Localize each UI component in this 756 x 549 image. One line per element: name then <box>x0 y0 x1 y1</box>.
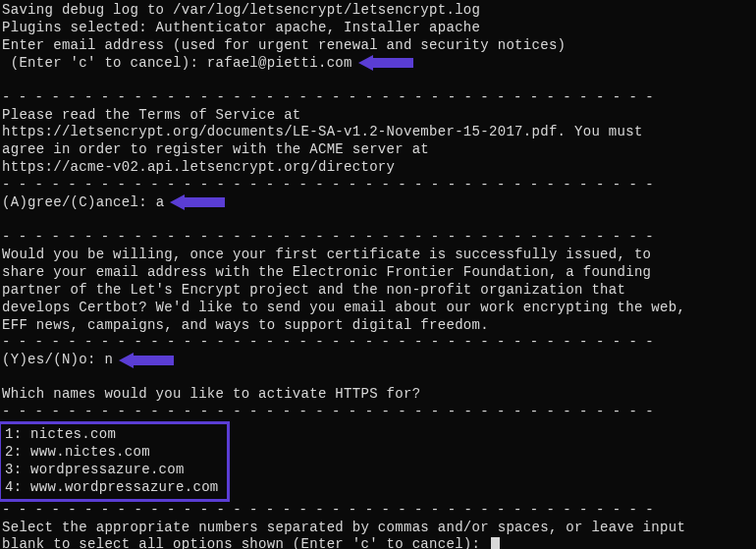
domain-option-2: 2: www.nictes.com <box>3 444 219 462</box>
tos-line-4: https://acme-v02.api.letsencrypt.org/dir… <box>0 159 756 177</box>
agree-answer: a <box>156 194 165 210</box>
separator-dashes: - - - - - - - - - - - - - - - - - - - - … <box>0 89 756 107</box>
plugins-line: Plugins selected: Authenticator apache, … <box>0 20 756 37</box>
separator-dashes: - - - - - - - - - - - - - - - - - - - - … <box>0 404 756 421</box>
email-value: rafael@pietti.com <box>207 55 352 71</box>
tos-line-3: agree in order to register with the ACME… <box>0 141 756 159</box>
email-input-line[interactable]: (Enter 'c' to cancel): rafael@pietti.com <box>0 55 756 73</box>
domain-option-1: 1: nictes.com <box>3 426 219 444</box>
tos-line-2: https://letsencrypt.org/documents/LE-SA-… <box>0 124 756 141</box>
eff-line-1: Would you be willing, once your first ce… <box>0 247 756 264</box>
yesno-prompt: (Y)es/(N)o: <box>2 352 104 367</box>
terminal-output: Saving debug log to /var/log/letsencrypt… <box>0 0 756 549</box>
activate-prompt: Which names would you like to activate H… <box>0 386 756 404</box>
separator-dashes: - - - - - - - - - - - - - - - - - - - - … <box>0 334 756 352</box>
eff-line-4: develops Certbot? We'd like to send you … <box>0 300 756 317</box>
debug-log-line: Saving debug log to /var/log/letsencrypt… <box>0 2 756 20</box>
domain-list-highlight: 1: nictes.com 2: www.nictes.com 3: wordp… <box>0 421 230 502</box>
arrow-left-icon <box>119 353 174 368</box>
email-prompt-line: Enter email address (used for urgent ren… <box>0 37 756 55</box>
domain-option-4: 4: www.wordpressazure.com <box>3 479 219 497</box>
eff-line-3: partner of the Let's Encrypt project and… <box>0 282 756 300</box>
domain-option-3: 3: wordpressazure.com <box>3 462 219 479</box>
agree-prompt-line[interactable]: (A)gree/(C)ancel: a <box>0 194 756 212</box>
separator-dashes: - - - - - - - - - - - - - - - - - - - - … <box>0 229 756 247</box>
agree-prompt: (A)gree/(C)ancel: <box>2 194 156 210</box>
arrow-left-icon <box>170 194 225 210</box>
arrow-left-icon <box>358 55 413 71</box>
select-line-2: blank to select all options shown (Enter… <box>2 536 489 549</box>
cancel-hint: (Enter 'c' to cancel): <box>2 55 207 71</box>
cursor-block <box>491 537 500 549</box>
eff-line-5: EFF news, campaigns, and ways to support… <box>0 317 756 335</box>
select-line-1: Select the appropriate numbers separated… <box>0 520 756 537</box>
eff-line-2: share your email address with the Electr… <box>0 264 756 282</box>
tos-line-1: Please read the Terms of Service at <box>0 107 756 125</box>
yesno-answer: n <box>104 352 113 367</box>
separator-dashes: - - - - - - - - - - - - - - - - - - - - … <box>0 502 756 520</box>
yesno-prompt-line[interactable]: (Y)es/(N)o: n <box>0 352 756 369</box>
select-input-line[interactable]: blank to select all options shown (Enter… <box>0 536 756 549</box>
separator-dashes: - - - - - - - - - - - - - - - - - - - - … <box>0 177 756 194</box>
